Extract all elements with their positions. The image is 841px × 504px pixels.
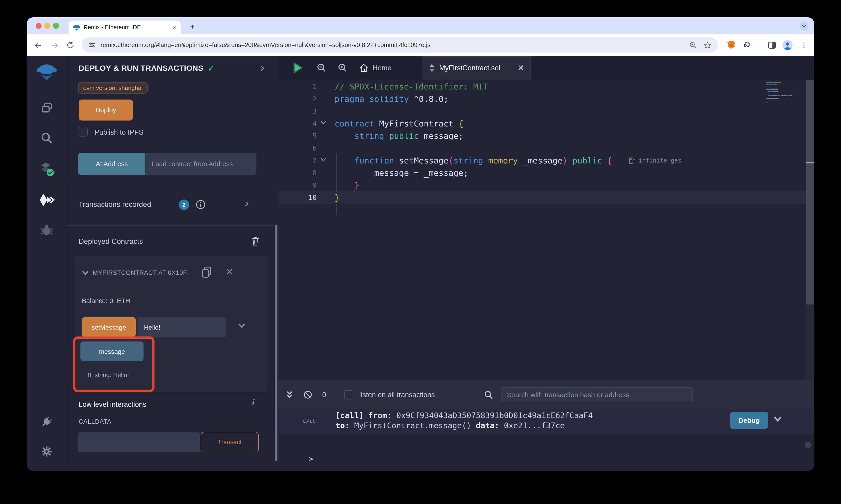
code-line[interactable]: 1// SPDX-License-Identifier: MIT	[278, 80, 806, 93]
code-line[interactable]: 2pragma solidity ^0.8.0;	[278, 93, 806, 105]
deploy-and-run-icon[interactable]	[27, 193, 66, 207]
transactions-info-icon[interactable]	[195, 199, 206, 210]
code-line[interactable]: 8 message = _message;	[278, 167, 806, 179]
new-tab-button[interactable]: +	[187, 21, 199, 33]
browser-menu-icon[interactable]	[797, 34, 811, 56]
terminal: 0 listen on all transactions CALL [call]…	[278, 380, 814, 471]
fold-chevron-icon[interactable]	[321, 157, 326, 162]
window-minimize-button[interactable]	[44, 23, 50, 29]
code-line[interactable]: 7 function setMessage(string memory _mes…	[278, 154, 806, 167]
reload-icon[interactable]	[64, 34, 77, 56]
at-address-input[interactable]	[145, 153, 256, 175]
low-level-info-icon[interactable]: i	[252, 398, 254, 406]
remove-contract-icon[interactable]: ✕	[226, 267, 233, 277]
deploy-button[interactable]: Deploy	[79, 100, 133, 121]
terminal-search-input[interactable]	[501, 387, 693, 402]
transact-button[interactable]: Transact	[201, 432, 259, 452]
publish-ipfs-checkbox[interactable]	[78, 127, 88, 137]
metamask-extension-icon[interactable]	[724, 34, 739, 56]
profile-avatar[interactable]	[780, 34, 795, 56]
code-editor[interactable]: 1// SPDX-License-Identifier: MIT2pragma …	[278, 79, 806, 380]
tab-search-button[interactable]	[800, 21, 809, 31]
minimap[interactable]	[764, 80, 806, 135]
compile-success-check-icon: ✓	[207, 64, 214, 73]
editor-scrollbar-thumb[interactable]	[806, 80, 814, 305]
line-number: 9	[278, 181, 317, 189]
message-button[interactable]: message	[81, 341, 143, 361]
remix-favicon	[73, 24, 80, 31]
search-icon[interactable]	[27, 132, 66, 145]
code-line[interactable]: 5 string public message;	[278, 130, 806, 142]
back-icon[interactable]	[31, 34, 45, 56]
calldata-input[interactable]	[78, 432, 200, 452]
minimap-line	[766, 85, 769, 86]
panel-collapse-chevron-icon[interactable]	[259, 65, 265, 71]
side-panel-icon[interactable]	[765, 34, 779, 56]
fold-chevron-icon[interactable]	[321, 120, 326, 125]
file-explorer-icon[interactable]	[27, 102, 66, 114]
set-message-button[interactable]: setMessage	[82, 317, 136, 337]
active-file-tab[interactable]: MyFirstContract.sol ✕	[422, 56, 531, 79]
window-close-button[interactable]	[36, 23, 41, 29]
contract-collapse-chevron-icon[interactable]	[82, 270, 89, 276]
site-settings-icon[interactable]	[88, 41, 96, 49]
remix-logo[interactable]	[27, 64, 66, 82]
code-line[interactable]: 9 }	[278, 179, 806, 191]
at-address-button[interactable]: At Address	[78, 153, 145, 175]
minimap-line	[766, 97, 779, 98]
minimap-line	[774, 91, 778, 92]
editor-area: Home MyFirstContract.sol ✕ 1// SPDX-Lice…	[278, 56, 814, 471]
terminal-toolbar: 0 listen on all transactions	[278, 380, 814, 409]
tab-close-icon[interactable]: ×	[172, 24, 176, 31]
terminal-scrollbar-thumb[interactable]	[805, 442, 811, 448]
line-number: 7	[278, 156, 317, 165]
file-tab-label: MyFirstContract.sol	[439, 64, 514, 72]
code-line[interactable]: 10}	[278, 191, 806, 204]
url-text[interactable]: remix.ethereum.org/#lang=en&optimize=fal…	[101, 41, 431, 48]
solidity-file-icon	[429, 63, 435, 72]
browser-tabstrip: Remix - Ethereum IDE × +	[27, 17, 814, 34]
code-line[interactable]: 6	[278, 142, 806, 154]
deploy-run-panel: DEPLOY & RUN TRANSACTIONS ✓ evm version:…	[66, 56, 278, 471]
contract-address-label: MYFIRSTCONTRACT AT 0X10F...5	[93, 269, 190, 276]
file-tab-close-icon[interactable]: ✕	[518, 64, 524, 72]
clear-contracts-trash-icon[interactable]	[251, 236, 260, 246]
home-tab[interactable]: Home	[359, 56, 392, 79]
clear-console-icon[interactable]	[304, 380, 312, 409]
terminal-prompt[interactable]: >	[309, 454, 313, 463]
code-line[interactable]: 4contract MyFirstContract {	[278, 117, 806, 130]
copy-address-icon[interactable]	[201, 266, 212, 278]
settings-gear-icon[interactable]	[27, 445, 66, 458]
extensions-puzzle-icon[interactable]	[740, 34, 755, 56]
url-bar[interactable]: remix.ethereum.org/#lang=en&optimize=fal…	[82, 37, 718, 53]
gas-estimate-annotation: infinite gas	[629, 157, 682, 164]
call-badge: CALL	[303, 419, 315, 424]
plugin-manager-icon[interactable]	[27, 415, 66, 429]
minimap-line	[778, 89, 778, 90]
run-script-play-icon[interactable]	[293, 62, 303, 73]
debugger-icon[interactable]	[27, 224, 66, 237]
home-tab-label: Home	[373, 64, 392, 72]
debug-button[interactable]: Debug	[731, 412, 768, 429]
zoom-page-icon[interactable]	[689, 41, 697, 49]
publish-ipfs-label: Publish to IPFS	[95, 128, 143, 137]
forward-icon[interactable]	[48, 34, 61, 56]
zoom-out-icon[interactable]	[317, 63, 326, 73]
line-number: 2	[278, 95, 317, 103]
transactions-expand-chevron-icon[interactable]	[244, 201, 250, 207]
expand-terminal-chevrons-icon[interactable]	[286, 380, 293, 409]
bookmark-star-icon[interactable]	[703, 41, 711, 49]
zoom-in-icon[interactable]	[338, 63, 347, 73]
expand-params-chevron-icon[interactable]	[238, 322, 245, 329]
browser-tab[interactable]: Remix - Ethereum IDE ×	[69, 20, 181, 34]
log-expand-chevron-icon[interactable]	[773, 415, 782, 423]
minimap-line	[781, 95, 784, 96]
solidity-compiler-icon[interactable]	[27, 161, 66, 178]
code-line[interactable]: 3	[278, 105, 806, 117]
listen-all-transactions-checkbox[interactable]	[344, 390, 353, 399]
set-message-input[interactable]	[138, 317, 226, 337]
window-zoom-button[interactable]	[53, 23, 59, 29]
panel-scrollbar[interactable]	[275, 225, 277, 461]
line-number: 8	[278, 169, 317, 177]
minimap-line	[768, 95, 772, 96]
